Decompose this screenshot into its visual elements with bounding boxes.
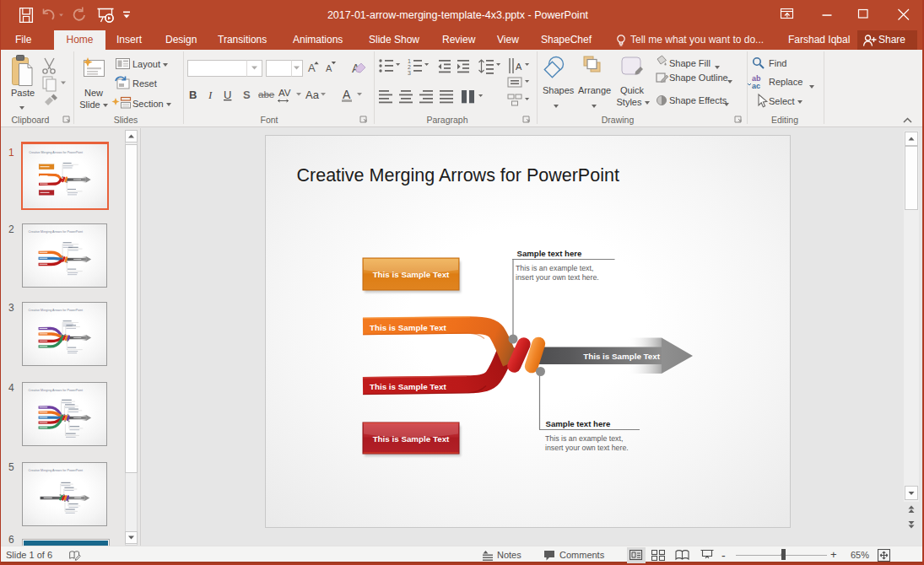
svg-text:insert your own text here.: insert your own text here. (516, 273, 599, 282)
svg-text:This is Sample Text: This is Sample Text (583, 352, 660, 361)
svg-text:Sample text here: Sample text here (546, 419, 611, 428)
svg-text:This is an example text,: This is an example text, (545, 434, 623, 443)
svg-text:insert your own text here.: insert your own text here. (545, 444, 629, 452)
svg-text:Sample text here: Sample text here (517, 249, 582, 258)
svg-text:This is Sample Text: This is Sample Text (373, 270, 450, 279)
svg-text:This is Sample Text: This is Sample Text (370, 382, 446, 391)
svg-text:This is an example text,: This is an example text, (516, 264, 593, 272)
svg-text:This is Sample Text: This is Sample Text (370, 323, 446, 332)
svg-text:Creative Merging Arrows for Po: Creative Merging Arrows for PowerPoint (297, 165, 619, 186)
svg-text:This is Sample Text: This is Sample Text (373, 434, 450, 444)
